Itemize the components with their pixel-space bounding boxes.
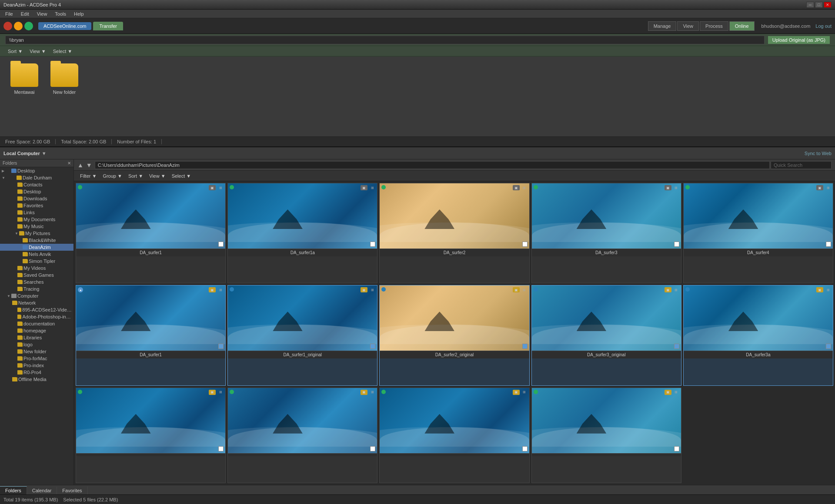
group-button[interactable]: Group ▼ [100,173,125,179]
view-button[interactable]: View ▼ [147,173,168,179]
mode-view[interactable]: View [677,21,699,31]
transfer-sort-button[interactable]: Sort ▼ [5,48,25,55]
folder-new[interactable]: New folder [47,63,82,95]
tree-item-homepage[interactable]: homepage [0,327,73,334]
tree-item-my-pictures[interactable]: ▼ My Pictures [0,230,73,237]
tree-item-documentation[interactable]: documentation [0,320,73,327]
photo-checkbox-3[interactable] [522,242,528,247]
tree-item-simon-tipler[interactable]: Simon Tipler [0,258,73,265]
tree-item-saved-games[interactable]: Saved Games [0,272,73,279]
tree-item-r0-pro4[interactable]: R0-Pro4 [0,369,73,376]
select-button[interactable]: Select ▼ [169,173,194,179]
tree-item-pro-formac[interactable]: Pro-forMac [0,355,73,362]
menu-edit[interactable]: Edit [17,10,33,17]
transfer-tab[interactable]: Transfer [93,22,123,30]
nav-down-arrow[interactable]: ▼ [86,162,92,169]
nav-up-arrow[interactable]: ▲ [77,162,84,169]
photo-checkbox-5[interactable] [826,242,831,247]
close-button[interactable]: ✕ [824,2,832,8]
photo-checkbox-4[interactable] [674,242,679,247]
tree-item-my-music[interactable]: My Music [0,223,73,230]
tree-item-libraries[interactable]: Libraries [0,334,73,341]
tree-item-logo[interactable]: logo [0,341,73,348]
upload-original-button[interactable]: Upload Original (as JPG) [768,36,830,44]
homepage-icon [17,328,23,333]
maximize-button[interactable]: □ [815,2,823,8]
nav-btn-red[interactable] [3,22,12,30]
photo-checkbox-12[interactable] [370,446,375,451]
photo-checkbox-1[interactable] [218,242,224,247]
photo-checkbox-8[interactable] [522,344,528,349]
tree-item-black-white[interactable]: Black&White [0,237,73,244]
folder-mentawai[interactable]: Mentawai [7,63,42,95]
tree-item-new-folder[interactable]: New folder [0,348,73,355]
nav-btn-green[interactable] [24,22,33,30]
sort-button[interactable]: Sort ▼ [126,173,146,179]
photo-item-9[interactable]: ▣ ⊞ DA_surfer3_original [531,285,681,385]
photo-checkbox-14[interactable] [674,446,679,451]
photo-item-1[interactable]: ▣ ⊞ DA_surfer1 [76,183,226,283]
tree-item-computer[interactable]: ▼ Computer [0,292,73,299]
tree-item-my-videos[interactable]: My Videos [0,265,73,272]
tree-item-network[interactable]: Network [0,299,73,306]
tree-item-dale-dunham[interactable]: ▼ Dale Dunham [0,174,73,181]
mode-online[interactable]: Online [729,21,755,31]
tree-item-desktop[interactable]: ▶ Desktop [0,167,73,174]
quick-search-input[interactable]: Quick Search [771,161,832,169]
photo-checkbox-7[interactable] [370,344,375,349]
transfer-view-button[interactable]: View ▼ [27,48,49,55]
tree-item-favorites[interactable]: Favorites [0,202,73,209]
photo-item-10[interactable]: ▣ ⊞ DA_surfer3a [683,285,833,385]
menu-help[interactable]: Help [70,10,87,17]
tree-item-downloads[interactable]: Downloads [0,195,73,202]
photo-item-14[interactable]: ▣ ⊞ [531,388,681,483]
photo-checkbox-10[interactable] [826,344,831,349]
menu-file[interactable]: File [2,10,17,17]
photo-item-6[interactable]: ● ▣ ⊞ DA_surfer1 [76,285,226,385]
nav-btn-yellow[interactable] [14,22,23,30]
sidebar-close-button[interactable]: ✕ [67,161,71,166]
tab-favorites[interactable]: Favorites [57,487,87,494]
photo-checkbox-11[interactable] [218,446,224,451]
photo-item-5[interactable]: ▣ ⊞ DA_surfer4 [683,183,833,283]
transfer-select-button[interactable]: Select ▼ [50,48,75,55]
photo-checkbox-13[interactable] [522,446,528,451]
photo-checkbox-2[interactable] [370,242,375,247]
minimize-button[interactable]: ─ [806,2,814,8]
tree-item-desktop2[interactable]: Desktop [0,188,73,195]
tree-item-contacts[interactable]: Contacts [0,181,73,188]
tree-item-nels-anvik[interactable]: Nels Anvik [0,251,73,258]
photo-label-12 [228,453,377,456]
photo-item-7[interactable]: ▣ ⊞ DA_surfer1_original [227,285,377,385]
photo-item-4[interactable]: ▣ ⊞ DA_surfer3 [531,183,681,283]
tree-item-links[interactable]: Links [0,209,73,216]
photo-item-8[interactable]: ▣ ⊞ DA_surfer2_original [379,285,529,385]
photo-item-11[interactable]: ▣ ⊞ [76,388,226,483]
tree-item-895[interactable]: 895-ACDSee12-VideoConvert [0,306,73,313]
photo-item-12[interactable]: ▣ ⊞ [227,388,377,483]
tree-item-offline-media[interactable]: Offline Media [0,376,73,383]
sync-to-web-button[interactable]: Sync to Web [805,151,832,156]
local-computer-arrow[interactable]: ▼ [42,151,47,156]
menu-view[interactable]: View [33,10,51,17]
photo-item-2[interactable]: ▣ ⊞ DA_surfer1a [227,183,377,283]
saved-games-icon [17,273,23,277]
logout-button[interactable]: Log out [815,23,832,29]
tree-item-searches[interactable]: Searches [0,279,73,285]
menu-tools[interactable]: Tools [51,10,70,17]
filter-button[interactable]: Filter ▼ [77,173,99,179]
acdsee-online-button[interactable]: ACDSeeOnline.com [38,22,91,30]
tree-item-adobe[interactable]: Adobe-Photoshop-installer-sc [0,313,73,320]
tree-item-pro-index[interactable]: Pro-index [0,362,73,369]
tree-item-tracing[interactable]: Tracing [0,285,73,292]
mode-process[interactable]: Process [700,21,728,31]
photo-checkbox-6[interactable] [218,344,224,349]
mode-manage[interactable]: Manage [648,21,677,31]
tab-folders[interactable]: Folders [0,486,27,494]
tree-item-my-documents[interactable]: My Documents [0,216,73,223]
photo-item-3[interactable]: ▣ ⊞ DA_surfer2 [379,183,529,283]
tab-calendar[interactable]: Calendar [27,487,57,494]
photo-checkbox-9[interactable] [674,344,679,349]
photo-item-13[interactable]: ▣ ⊞ [379,388,529,483]
tree-item-deanazim[interactable]: DeanAzim [0,244,73,251]
